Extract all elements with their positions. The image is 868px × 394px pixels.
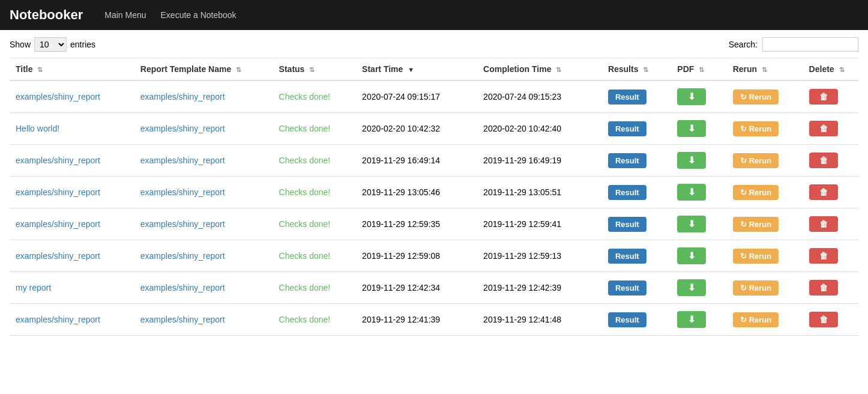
- pdf-download-button[interactable]: ⬇: [677, 247, 706, 264]
- status-text: Checks done!: [279, 187, 331, 197]
- cell-completion: 2019-11-29 12:42:39: [477, 272, 602, 304]
- pdf-download-button[interactable]: ⬇: [677, 216, 706, 232]
- result-button[interactable]: Result: [608, 89, 646, 105]
- delete-button[interactable]: 🗑: [809, 121, 838, 136]
- main-content: Show 10 25 50 100 entries Search: Title …: [0, 30, 868, 343]
- cell-pdf: ⬇: [671, 240, 726, 272]
- delete-button[interactable]: 🗑: [809, 89, 838, 105]
- rerun-button[interactable]: ↻Rerun: [733, 121, 779, 136]
- rerun-button[interactable]: ↻Rerun: [733, 153, 779, 168]
- col-header-template[interactable]: Report Template Name ⇅: [134, 58, 273, 81]
- pdf-download-button[interactable]: ⬇: [677, 152, 706, 169]
- col-header-delete[interactable]: Delete ⇅: [803, 58, 858, 81]
- pdf-download-button[interactable]: ⬇: [677, 88, 706, 105]
- download-icon: ⬇: [688, 250, 696, 261]
- delete-button[interactable]: 🗑: [809, 280, 838, 296]
- col-header-status[interactable]: Status ⇅: [273, 58, 357, 81]
- cell-start: 2019-11-29 12:59:35: [356, 208, 477, 240]
- template-link[interactable]: examples/shiny_report: [140, 251, 225, 261]
- title-link[interactable]: examples/shiny_report: [16, 156, 100, 165]
- template-link[interactable]: examples/shiny_report: [140, 92, 225, 102]
- result-button[interactable]: Result: [608, 312, 646, 327]
- status-text: Checks done!: [279, 283, 331, 292]
- result-button[interactable]: Result: [608, 280, 646, 296]
- cell-results: Result: [602, 80, 671, 113]
- cell-pdf: ⬇: [671, 113, 726, 145]
- cell-completion: 2019-11-29 12:59:13: [477, 240, 602, 272]
- col-header-title[interactable]: Title ⇅: [10, 58, 134, 81]
- trash-icon: 🗑: [819, 251, 828, 261]
- start-time: 2019-11-29 12:59:08: [362, 251, 440, 261]
- cell-status: Checks done!: [273, 80, 357, 113]
- trash-icon: 🗑: [819, 156, 828, 165]
- entries-select[interactable]: 10 25 50 100: [34, 37, 67, 52]
- navbar: Notebooker Main Menu Execute a Notebook: [0, 0, 868, 30]
- rerun-icon: ↻: [740, 220, 747, 229]
- title-link[interactable]: examples/shiny_report: [16, 187, 100, 197]
- template-link[interactable]: examples/shiny_report: [140, 315, 225, 324]
- cell-start: 2019-11-29 12:59:08: [356, 240, 477, 272]
- completion-time: 2019-11-29 12:59:13: [483, 251, 561, 261]
- title-link[interactable]: Hello world!: [16, 124, 59, 133]
- col-header-completion[interactable]: Completion Time ⇅: [477, 58, 602, 81]
- table-row: examples/shiny_report examples/shiny_rep…: [10, 177, 858, 208]
- rerun-button[interactable]: ↻Rerun: [733, 280, 779, 296]
- delete-button[interactable]: 🗑: [809, 216, 838, 232]
- cell-delete: 🗑: [803, 80, 858, 113]
- top-bar: Show 10 25 50 100 entries Search:: [10, 37, 858, 52]
- rerun-button[interactable]: ↻Rerun: [733, 249, 779, 264]
- rerun-icon: ↻: [740, 252, 747, 261]
- cell-results: Result: [602, 272, 671, 304]
- title-link[interactable]: examples/shiny_report: [16, 92, 100, 102]
- pdf-download-button[interactable]: ⬇: [677, 120, 706, 137]
- title-link[interactable]: examples/shiny_report: [16, 315, 100, 324]
- delete-button[interactable]: 🗑: [809, 248, 838, 264]
- rerun-button[interactable]: ↻Rerun: [733, 217, 779, 232]
- rerun-icon: ↻: [740, 188, 747, 197]
- result-button[interactable]: Result: [608, 217, 646, 232]
- title-link[interactable]: my report: [16, 283, 51, 292]
- cell-status: Checks done!: [273, 113, 357, 145]
- cell-rerun: ↻Rerun: [727, 272, 803, 304]
- col-header-pdf[interactable]: PDF ⇅: [671, 58, 726, 81]
- entries-label: entries: [70, 40, 95, 49]
- col-header-rerun[interactable]: Rerun ⇅: [727, 58, 803, 81]
- status-text: Checks done!: [279, 219, 331, 229]
- col-header-results[interactable]: Results ⇅: [602, 58, 671, 81]
- template-link[interactable]: examples/shiny_report: [140, 219, 225, 229]
- cell-pdf: ⬇: [671, 304, 726, 336]
- template-link[interactable]: examples/shiny_report: [140, 156, 225, 165]
- result-button[interactable]: Result: [608, 153, 646, 168]
- template-link[interactable]: examples/shiny_report: [140, 124, 225, 133]
- pdf-download-button[interactable]: ⬇: [677, 184, 706, 201]
- rerun-button[interactable]: ↻Rerun: [733, 185, 779, 200]
- cell-title: my report: [10, 272, 134, 304]
- delete-button[interactable]: 🗑: [809, 312, 838, 327]
- result-button[interactable]: Result: [608, 185, 646, 200]
- template-link[interactable]: examples/shiny_report: [140, 283, 225, 292]
- nav-main-menu[interactable]: Main Menu: [97, 0, 153, 30]
- completion-time: 2019-11-29 12:41:48: [483, 315, 561, 324]
- completion-time: 2020-02-20 10:42:40: [483, 124, 561, 133]
- pdf-download-button[interactable]: ⬇: [677, 279, 706, 296]
- delete-button[interactable]: 🗑: [809, 153, 838, 168]
- title-link[interactable]: examples/shiny_report: [16, 219, 100, 229]
- cell-title: Hello world!: [10, 113, 134, 145]
- result-button[interactable]: Result: [608, 249, 646, 264]
- result-button[interactable]: Result: [608, 121, 646, 136]
- download-icon: ⬇: [688, 91, 696, 102]
- nav-execute-notebook[interactable]: Execute a Notebook: [154, 0, 244, 30]
- start-time: 2019-11-29 12:41:39: [362, 315, 440, 324]
- rerun-button[interactable]: ↻Rerun: [733, 312, 779, 327]
- title-link[interactable]: examples/shiny_report: [16, 251, 100, 261]
- status-text: Checks done!: [279, 315, 331, 324]
- pdf-download-button[interactable]: ⬇: [677, 311, 706, 328]
- cell-results: Result: [602, 113, 671, 145]
- search-input[interactable]: [762, 37, 858, 52]
- completion-time: 2019-11-29 12:42:39: [483, 283, 561, 292]
- show-entries-control: Show 10 25 50 100 entries: [10, 37, 95, 52]
- col-header-start[interactable]: Start Time ▼: [356, 58, 477, 81]
- rerun-button[interactable]: ↻Rerun: [733, 89, 779, 105]
- template-link[interactable]: examples/shiny_report: [140, 187, 225, 197]
- delete-button[interactable]: 🗑: [809, 184, 838, 200]
